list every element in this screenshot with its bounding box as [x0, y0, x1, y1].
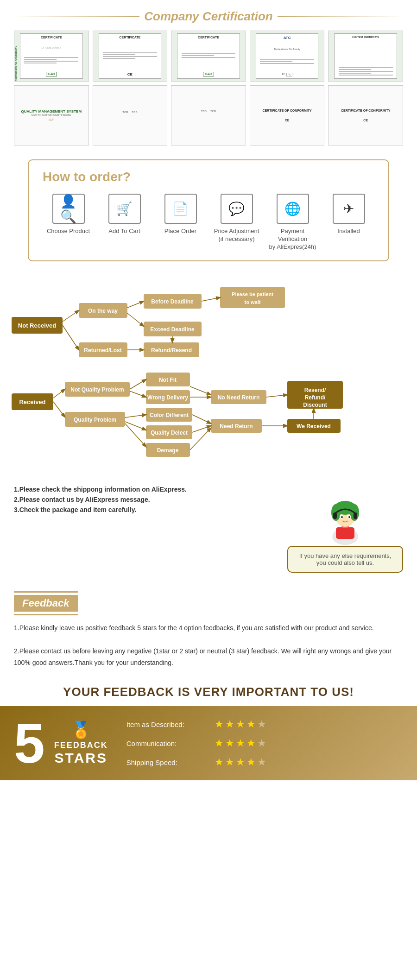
flowchart-svg: Not Received On the way Before Deadline … — [9, 275, 408, 474]
cert-grid-row1: CERTIFICATE OF CONFORMITY RoHS CERTIFICA… — [14, 31, 403, 82]
feedback-text: 1.Please kindly leave us positive feedba… — [14, 622, 403, 669]
svg-text:Please be patient: Please be patient — [232, 291, 273, 297]
svg-text:Returned/Lost: Returned/Lost — [84, 347, 121, 354]
svg-text:Discount: Discount — [303, 402, 327, 408]
big-five-number: 5 — [14, 715, 45, 771]
feedback-text-1: 1.Please kindly leave us positive feedba… — [14, 622, 403, 634]
note-line-1: 1.Please check the shippong information … — [14, 486, 278, 493]
flowchart-section: Not Received On the way Before Deadline … — [0, 271, 417, 481]
svg-line-15 — [63, 310, 79, 322]
five-number-area: 5 — [14, 715, 45, 771]
medal-icon: 🏅 — [71, 721, 91, 740]
svg-text:Quality Problem: Quality Problem — [74, 417, 116, 423]
step-payment-verification-label: Payment Verificationby AliExpres(24h) — [267, 228, 318, 251]
svg-line-57 — [192, 415, 211, 424]
svg-line-19 — [202, 297, 220, 301]
feedback-word-label: FEEDBACK — [54, 740, 108, 750]
cert-card-2: CERTIFICATE CE — [93, 31, 168, 82]
feedback-big-text: YOUR FEEDBACK IS VERY IMPORTANT TO US! — [0, 678, 417, 706]
svg-text:We Received: We Received — [297, 423, 331, 430]
svg-line-59 — [190, 428, 211, 450]
note-line-2: 2.Please contact us by AliExpress messag… — [14, 496, 278, 503]
svg-text:On the way: On the way — [88, 308, 118, 314]
svg-text:Refund/: Refund/ — [305, 394, 326, 401]
rating-label-communication: Communication: — [126, 740, 210, 747]
step-choose-product-label: Choose Product — [47, 228, 90, 235]
cert-grid-row2: QUALITY MANAGEMENT SYSTEM CERTIFICATION … — [14, 85, 403, 145]
step-price-adjustment: 💬 Price Adjustment(if necessary) — [211, 194, 262, 243]
cert-card-1: CERTIFICATE OF CONFORMITY RoHS CERTIFICA… — [14, 31, 89, 82]
svg-text:Wrong Delivery: Wrong Delivery — [147, 394, 188, 401]
svg-text:Color Different: Color Different — [150, 412, 189, 418]
svg-point-72 — [341, 516, 343, 518]
notes-section: 1.Please check the shippong information … — [0, 481, 417, 582]
svg-line-53 — [125, 422, 146, 430]
svg-line-17 — [127, 301, 144, 308]
cert-card-4: ATC Declaration of Conformity FСFC — [250, 31, 325, 82]
cert-title-text: Company Certification — [144, 9, 272, 24]
step-installed: ✈ Installed — [323, 194, 374, 235]
rating-label-shipping-speed: Shipping Speed: — [126, 759, 210, 766]
step-add-to-cart: 🛒 Add To Cart — [99, 194, 150, 235]
notes-text-block: 1.Please check the shippong information … — [14, 486, 278, 516]
how-to-order-title: How to order? — [43, 170, 374, 184]
svg-line-49 — [53, 402, 65, 417]
note-line-3: 3.Check the package and item carefully. — [14, 506, 278, 513]
svg-line-16 — [63, 325, 79, 350]
svg-text:Need Return: Need Return — [220, 423, 253, 430]
mascot-svg — [322, 486, 368, 546]
payment-verification-icon: 🌐 — [277, 194, 309, 224]
svg-text:Refund/Resend: Refund/Resend — [151, 347, 192, 354]
svg-text:Not Received: Not Received — [18, 322, 56, 329]
feedback-title-bar: Feedback — [14, 595, 78, 612]
svg-text:to wait: to wait — [245, 299, 261, 305]
svg-point-73 — [348, 516, 350, 518]
installed-icon: ✈ — [333, 194, 365, 224]
feedback-title: Feedback — [22, 597, 70, 609]
svg-line-52 — [125, 415, 146, 417]
cert-section: Company Certification CERTIFICATE OF CON… — [0, 0, 417, 150]
step-add-to-cart-label: Add To Cart — [108, 228, 140, 235]
add-to-cart-icon: 🛒 — [108, 194, 141, 224]
feedback-text-2: 2.Please contact us before leaving any n… — [14, 645, 403, 669]
mascot-area: If you have any else requirements, you c… — [287, 486, 403, 573]
svg-text:Demage: Demage — [157, 447, 179, 454]
cert-card-6: QUALITY MANAGEMENT SYSTEM CERTIFICATION … — [14, 85, 89, 145]
cert-title-line-right — [278, 16, 403, 17]
svg-rect-64 — [336, 527, 354, 539]
how-steps-row: 👤🔍 Choose Product 🛒 Add To Cart 📄 Place … — [43, 194, 374, 251]
step-choose-product: 👤🔍 Choose Product — [43, 194, 94, 235]
cert-card-10: CERTIFICATE OF CONFORMITY CE — [328, 85, 403, 145]
star-rating-shipping-speed: ★ ★ ★ ★ ★ — [215, 756, 266, 768]
svg-line-55 — [190, 386, 211, 395]
ratings-column: Item as Described: ★ ★ ★ ★ ★ Communicati… — [126, 718, 403, 768]
svg-line-18 — [127, 313, 144, 326]
svg-rect-6 — [220, 287, 285, 308]
speech-bubble: If you have any else requirements, you c… — [287, 546, 403, 573]
cert-title-line-left — [14, 16, 139, 17]
feedback-section: Feedback 1.Please kindly leave us positi… — [0, 582, 417, 678]
rating-row-item-described: Item as Described: ★ ★ ★ ★ ★ — [126, 718, 403, 730]
svg-text:Quality Delect: Quality Delect — [151, 430, 188, 436]
svg-text:Not Fit: Not Fit — [159, 377, 177, 383]
svg-rect-75 — [354, 512, 357, 519]
cert-card-3: CERTIFICATE RoHS — [171, 31, 246, 82]
speech-bubble-text: If you have any else requirements, you c… — [299, 552, 392, 566]
svg-line-60 — [266, 395, 287, 397]
rating-label-item-described: Item as Described: — [126, 721, 210, 728]
svg-text:Not Quality Problem: Not Quality Problem — [70, 386, 124, 393]
svg-text:Before Deadline: Before Deadline — [151, 298, 194, 305]
star-rating-communication: ★ ★ ★ ★ ★ — [215, 737, 266, 749]
cert-card-7: TCB TCB — [93, 85, 168, 145]
feedback-stars-labels: 🏅 FEEDBACK STARS — [54, 721, 108, 766]
rating-row-shipping-speed: Shipping Speed: ★ ★ ★ ★ ★ — [126, 756, 403, 768]
svg-text:Exceed Deadline: Exceed Deadline — [150, 326, 195, 333]
svg-text:Received: Received — [19, 398, 45, 405]
svg-text:Resend/: Resend/ — [304, 387, 326, 393]
step-place-order: 📄 Place Order — [155, 194, 206, 235]
choose-product-icon: 👤🔍 — [52, 194, 85, 224]
svg-rect-74 — [333, 512, 337, 519]
svg-line-54 — [125, 424, 146, 447]
svg-line-48 — [53, 389, 65, 398]
step-place-order-label: Place Order — [164, 228, 196, 235]
